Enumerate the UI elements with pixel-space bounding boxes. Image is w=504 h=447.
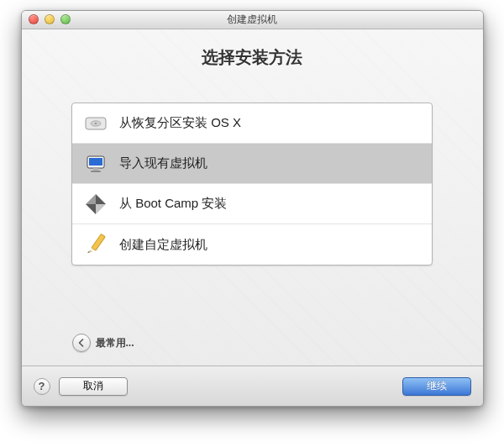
bootcamp-icon <box>84 192 108 216</box>
most-used-label: 最常用... <box>96 336 134 350</box>
option-create-custom[interactable]: 创建自定虚拟机 <box>72 224 432 265</box>
most-used-button[interactable]: 最常用... <box>72 334 134 352</box>
monitor-icon <box>84 152 108 176</box>
minimize-icon[interactable] <box>45 14 55 24</box>
install-method-list: 从恢复分区安装 OS X 导入现有虚拟机 <box>71 103 433 266</box>
title-bar: 创建虚拟机 <box>22 11 483 29</box>
option-label: 创建自定虚拟机 <box>119 237 207 253</box>
pencil-icon <box>84 233 108 256</box>
content-area: 选择安装方法 从恢复分区安装 OS X <box>22 29 483 365</box>
close-icon[interactable] <box>29 14 39 24</box>
svg-marker-9 <box>86 204 96 214</box>
option-install-from-recovery[interactable]: 从恢复分区安装 OS X <box>72 103 432 144</box>
svg-point-2 <box>95 122 97 124</box>
option-label: 导入现有虚拟机 <box>119 155 207 171</box>
option-bootcamp[interactable]: 从 Boot Camp 安装 <box>72 184 432 224</box>
svg-marker-7 <box>96 194 106 204</box>
svg-rect-4 <box>89 158 102 166</box>
traffic-lights <box>29 14 71 24</box>
option-label: 从 Boot Camp 安装 <box>119 196 227 212</box>
help-button[interactable]: ? <box>34 378 50 395</box>
option-label: 从恢复分区安装 OS X <box>119 115 241 131</box>
window-title: 创建虚拟机 <box>22 13 483 27</box>
cancel-button[interactable]: 取消 <box>59 377 128 396</box>
zoom-icon[interactable] <box>60 14 71 24</box>
svg-marker-10 <box>96 204 106 214</box>
svg-rect-6 <box>91 171 101 172</box>
svg-rect-11 <box>92 234 105 250</box>
hdd-icon <box>84 112 108 135</box>
back-arrow-icon <box>72 334 91 352</box>
option-import-existing[interactable]: 导入现有虚拟机 <box>72 144 432 184</box>
continue-button[interactable]: 继续 <box>402 377 471 396</box>
footer-bar: ? 取消 继续 <box>22 365 483 406</box>
svg-rect-5 <box>93 168 98 171</box>
dialog-window: 创建虚拟机 选择安装方法 从恢复分区安装 OS X <box>21 10 484 407</box>
page-heading: 选择安装方法 <box>202 46 302 69</box>
svg-marker-8 <box>86 194 96 204</box>
